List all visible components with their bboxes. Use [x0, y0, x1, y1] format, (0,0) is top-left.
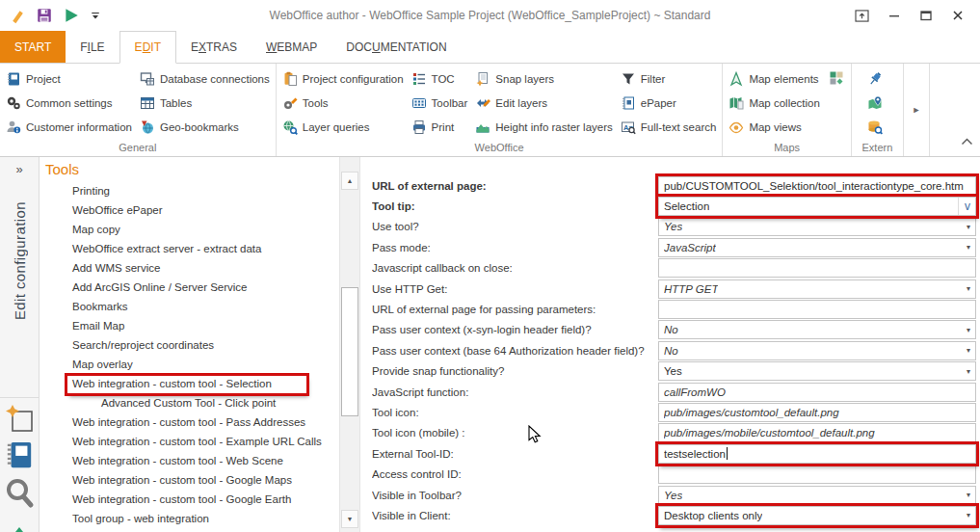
tree-item[interactable]: Search/reproject coordinates [40, 335, 339, 355]
ribbon-tab-bar: START FILE EDIT EXTRAS WEBMAP DOCUMENTAT… [0, 31, 980, 64]
run-project-icon[interactable] [63, 7, 80, 24]
form-field[interactable]: No ▾ v [658, 341, 976, 360]
edit-pencil-icon[interactable] [10, 8, 26, 24]
scroll-up-button[interactable]: ▲ [341, 172, 358, 190]
tree-item[interactable]: WebOffice extract server - extract data [40, 239, 339, 258]
ribbon-button[interactable]: Print [408, 115, 472, 139]
ribbon-tab[interactable]: EDIT [119, 31, 176, 64]
form-row: Provide snap functionality? Yes ▾ v [372, 361, 980, 382]
form-field[interactable]: ▾ v [658, 465, 976, 484]
ribbon-button[interactable]: Height info raster layers [471, 115, 616, 139]
tree-item[interactable]: Email Map [40, 316, 339, 335]
tree-item[interactable]: Web integration - custom tool - Google M… [40, 470, 339, 490]
ribbon-more-button[interactable]: ► [904, 64, 930, 156]
save-icon[interactable] [36, 7, 53, 24]
ribbon-button[interactable] [854, 66, 901, 91]
form-field[interactable]: Yes ▾ v [658, 486, 976, 505]
ribbon-button[interactable]: Tables [136, 91, 274, 115]
tree-item[interactable]: Web integration - custom tool - Web Scen… [40, 451, 339, 470]
ribbon-button[interactable]: Database connections [136, 66, 274, 91]
layer-queries-icon [282, 120, 298, 135]
form-field[interactable]: pub/images/mobile/customtool_default.png… [658, 423, 976, 442]
qat-customize-icon[interactable] [90, 10, 101, 21]
combo-dropdown-icon: v [958, 198, 970, 215]
form-field[interactable]: HTTP GET ▾ v [658, 279, 976, 299]
ribbon-button[interactable]: Toolbar [408, 91, 472, 115]
tree-item[interactable]: Web integration - custom tool - Selectio… [40, 374, 339, 393]
form-field[interactable]: ▾ v [658, 300, 976, 319]
tree-item[interactable]: WebOffice ePaper [40, 200, 339, 220]
extern-db-search-icon [867, 120, 883, 135]
ribbon-button[interactable]: Map elements [725, 66, 824, 91]
form-field[interactable]: ▾ v [658, 258, 976, 278]
tree-item[interactable]: Map overlay [40, 355, 339, 374]
ribbon-button[interactable]: Filter [617, 66, 721, 91]
tree-item[interactable]: Web integration - custom tool - Example … [40, 432, 339, 451]
collapse-panel-icon[interactable]: » [15, 162, 22, 176]
collapse-ribbon-button[interactable] [961, 132, 973, 149]
scrollbar-thumb[interactable] [341, 287, 358, 416]
ribbon-tab[interactable]: START [0, 31, 66, 63]
ribbon-tab[interactable]: EXTRAS [176, 31, 252, 63]
run-partial-icon[interactable] [12, 527, 27, 532]
form-label: URL of external page for passing paramet… [372, 304, 658, 315]
tree-item[interactable]: Web integration - custom tool - Google E… [40, 490, 339, 509]
ribbon-button[interactable]: Map collection [725, 91, 824, 115]
tree-item[interactable]: Printing [40, 181, 339, 200]
tool-properties-form: URL of external page: pub/CUSTOMTOOL_Sel… [360, 157, 980, 532]
search-icon[interactable] [2, 476, 37, 513]
form-row: Visible in Client: Desktop clients only … [372, 505, 980, 525]
ribbon-button[interactable]: Project configuration [278, 66, 408, 91]
tree-item[interactable]: Web integration - custom tool - Pass Add… [40, 412, 339, 432]
ribbon-button[interactable]: Map views [725, 115, 824, 139]
form-field[interactable]: JavaScript ▾ v [658, 238, 976, 257]
ribbon-group-label: Maps [725, 139, 849, 155]
pin-ribbon-button[interactable] [849, 6, 875, 26]
form-field[interactable]: Yes ▾ v [658, 361, 976, 381]
map-elements-extra-button[interactable] [829, 70, 844, 90]
form-field[interactable]: Yes ▾ v [658, 217, 976, 236]
ribbon-tab[interactable]: FILE [66, 31, 119, 63]
form-field[interactable]: No ▾ v [658, 320, 976, 339]
ribbon-tab[interactable]: WEBMAP [252, 31, 331, 63]
ribbon-button[interactable]: Edit layers [471, 91, 616, 115]
ribbon-button[interactable]: Full-text search [617, 115, 721, 139]
form-field[interactable]: testselection ▾ v [658, 444, 976, 464]
ribbon-button[interactable] [854, 115, 901, 139]
form-label: Visible in Client: [372, 510, 658, 521]
tree-item[interactable]: Map copy [40, 220, 339, 239]
ribbon-button[interactable]: Layer queries [278, 115, 408, 139]
ribbon-button[interactable] [854, 91, 901, 115]
form-field[interactable]: pub/images/customtool_default.png ▾ v [658, 403, 976, 422]
ribbon-button[interactable]: Common settings [2, 91, 136, 115]
extern-map-pin-icon [867, 95, 883, 111]
tree-item[interactable]: Bookmarks [40, 297, 339, 316]
form-field[interactable]: Selection ▾ v [658, 197, 976, 216]
ribbon-tab[interactable]: DOCUMENTATION [331, 31, 461, 63]
tree-scrollbar[interactable]: ▲ ▼ [339, 157, 360, 532]
tree-item[interactable]: Tool group - web integration [40, 509, 339, 528]
maximize-button[interactable] [913, 6, 939, 26]
ribbon-button[interactable]: TOC [408, 66, 472, 91]
ribbon-button[interactable]: Tools [278, 91, 408, 115]
edit-configuration-sidebar: » Edit configuration [0, 157, 40, 532]
scroll-down-button[interactable]: ▼ [341, 510, 358, 528]
tree-item[interactable]: Add WMS service [40, 258, 339, 278]
ribbon-button[interactable]: ePaper [617, 91, 721, 115]
form-field[interactable]: Desktop clients only ▾ v [658, 506, 976, 525]
ribbon-button[interactable]: Geo-bookmarks [136, 115, 274, 139]
tree-item[interactable]: Add ArcGIS Online / Server Service [40, 278, 339, 297]
minimize-button[interactable] [881, 6, 907, 26]
ribbon-button[interactable]: Customer information [2, 115, 136, 139]
tree-item[interactable]: Advanced Custom Tool - Click point [40, 393, 339, 412]
field-value: Yes [664, 490, 682, 501]
form-field[interactable]: callFromWO ▾ v [658, 383, 976, 402]
form-field[interactable]: pub/CUSTOMTOOL_Selektion/tool_interactio… [658, 176, 976, 196]
ribbon-button[interactable]: Snap layers [471, 66, 616, 91]
close-button[interactable] [944, 6, 970, 26]
notebook-icon[interactable] [5, 439, 34, 470]
dropdown-arrow-icon: ▾ [967, 346, 970, 355]
ribbon-group-general: Project Common settings Customer informa… [0, 64, 277, 156]
ribbon-button[interactable]: Project [2, 66, 136, 91]
new-configuration-icon[interactable] [4, 403, 35, 434]
